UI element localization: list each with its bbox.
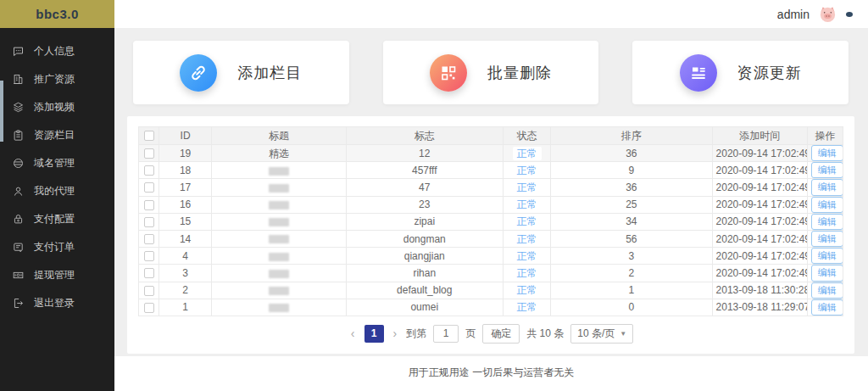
sidebar-item-withdrawal-mgmt[interactable]: 提现管理	[0, 261, 114, 289]
cell-sort: 36	[551, 179, 712, 196]
page-size-select[interactable]: 10 条/页 ▼	[570, 324, 633, 344]
row-checkbox[interactable]	[144, 217, 154, 227]
footer: 用于正规用途 一切后果与运营者无关	[114, 356, 868, 391]
goto-page-input[interactable]	[433, 325, 459, 343]
sidebar-item-resource-columns[interactable]: 资源栏目	[0, 121, 114, 149]
edit-button[interactable]: 编辑	[811, 265, 843, 281]
edit-button[interactable]: 编辑	[811, 162, 843, 178]
cell-id: 18	[159, 162, 212, 179]
status-link[interactable]: 正常	[513, 181, 542, 194]
disclaimer-text: 用于正规用途 一切后果与运营者无关	[409, 366, 574, 391]
edit-button[interactable]: 编辑	[811, 197, 843, 213]
cell-flag: qiangjian	[346, 248, 503, 265]
edit-button[interactable]: 编辑	[811, 282, 843, 299]
action-card-label: 批量删除	[487, 63, 552, 83]
user-icon	[12, 185, 25, 198]
globe-icon	[12, 157, 25, 170]
cell-sort: 2	[551, 265, 712, 282]
row-checkbox[interactable]	[144, 268, 154, 278]
sidebar-item-payment-orders[interactable]: 支付订单	[0, 233, 114, 261]
status-link[interactable]: 正常	[513, 215, 542, 228]
row-checkbox[interactable]	[144, 286, 154, 296]
cell-time: 2020-09-14 17:02:49	[712, 196, 807, 213]
status-link[interactable]: 正常	[513, 300, 542, 314]
cell-time: 2020-09-14 17:02:49	[712, 162, 807, 179]
cell-title	[212, 299, 346, 316]
link-icon	[180, 54, 217, 92]
status-link[interactable]: 正常	[513, 232, 542, 246]
cell-sort: 34	[551, 213, 712, 230]
status-link[interactable]: 正常	[513, 147, 542, 160]
sidebar: bbc3.0 个人信息推广资源添加视频资源栏目域名管理我的代理支付配置支付订单提…	[0, 0, 114, 391]
edit-button[interactable]: 编辑	[811, 299, 843, 316]
sidebar-scrollbar[interactable]	[0, 81, 3, 142]
cell-title	[212, 282, 346, 299]
caret-down-icon: ▼	[620, 330, 626, 338]
table-row: 18457fff正常92020-09-14 17:02:49编辑	[139, 162, 843, 179]
cell-time: 2020-09-14 17:02:49	[712, 248, 807, 265]
sidebar-item-label: 推广资源	[34, 72, 75, 87]
status-link[interactable]: 正常	[513, 164, 542, 177]
comment-icon	[12, 45, 25, 58]
current-page[interactable]: 1	[364, 325, 384, 343]
cell-id: 16	[159, 196, 212, 213]
sidebar-item-add-video[interactable]: 添加视频	[0, 93, 114, 121]
sidebar-item-promo-resources[interactable]: 推广资源	[0, 65, 114, 93]
edit-button[interactable]: 编辑	[811, 145, 843, 161]
sidebar-item-personal-info[interactable]: 个人信息	[0, 37, 114, 65]
cell-title	[212, 196, 346, 213]
status-link[interactable]: 正常	[513, 283, 542, 297]
table-row: 4qiangjian正常32020-09-14 17:02:49编辑	[139, 248, 843, 265]
row-checkbox[interactable]	[144, 200, 154, 210]
page: bbc3.0 个人信息推广资源添加视频资源栏目域名管理我的代理支付配置支付订单提…	[0, 0, 868, 391]
confirm-button[interactable]: 确定	[482, 324, 520, 344]
row-checkbox[interactable]	[144, 165, 154, 176]
redacted-title	[269, 304, 289, 312]
table-row: 19精选12正常362020-09-14 17:02:49编辑	[139, 145, 843, 162]
resource-update-card[interactable]: 资源更新	[632, 41, 849, 104]
cell-id: 17	[159, 179, 212, 196]
list-icon	[680, 54, 717, 92]
row-checkbox[interactable]	[144, 234, 154, 244]
row-checkbox[interactable]	[144, 251, 154, 261]
cell-sort: 25	[551, 196, 712, 213]
redacted-title	[269, 218, 289, 226]
cell-id: 19	[159, 145, 212, 162]
edit-button[interactable]: 编辑	[811, 179, 843, 195]
prev-page-icon[interactable]: ‹	[348, 327, 358, 340]
sidebar-item-payment-config[interactable]: 支付配置	[0, 205, 114, 233]
cell-flag: oumei	[346, 299, 503, 316]
status-link[interactable]: 正常	[513, 249, 542, 263]
sidebar-item-label: 个人信息	[34, 44, 75, 59]
table-row: 1oumei正常02013-09-18 11:29:07编辑	[139, 299, 843, 316]
select-all-checkbox[interactable]	[144, 131, 154, 141]
row-checkbox[interactable]	[144, 148, 154, 159]
redacted-title	[269, 270, 289, 278]
status-link[interactable]: 正常	[513, 198, 542, 211]
topbar: admin	[114, 0, 868, 28]
avatar[interactable]	[818, 4, 837, 24]
sidebar-item-domain-management[interactable]: 域名管理	[0, 149, 114, 177]
cell-id: 4	[159, 248, 212, 265]
cell-time: 2020-09-14 17:02:49	[712, 179, 807, 196]
cell-id: 1	[159, 299, 212, 316]
sidebar-item-my-agents[interactable]: 我的代理	[0, 177, 114, 205]
row-checkbox[interactable]	[144, 303, 154, 313]
redacted-title	[269, 184, 289, 193]
next-page-icon[interactable]: ›	[391, 327, 400, 340]
col-sort: 排序	[551, 127, 712, 145]
row-checkbox[interactable]	[144, 182, 154, 193]
edit-button[interactable]: 编辑	[811, 248, 843, 264]
status-link[interactable]: 正常	[513, 266, 542, 280]
batch-delete-card[interactable]: 批量删除	[383, 41, 599, 104]
add-column-card[interactable]: 添加栏目	[133, 41, 349, 104]
sidebar-item-label: 添加视频	[34, 100, 75, 115]
content-area: 添加栏目批量删除资源更新 ID 标题 标志 状态	[114, 28, 868, 356]
cell-id: 15	[159, 213, 212, 230]
banknote-icon	[12, 269, 25, 282]
cell-id: 2	[159, 282, 212, 299]
table-row: 2default_blog正常12013-09-18 11:30:28编辑	[139, 282, 843, 299]
edit-button[interactable]: 编辑	[811, 214, 843, 230]
sidebar-item-logout[interactable]: 退出登录	[0, 289, 114, 317]
edit-button[interactable]: 编辑	[811, 231, 843, 247]
